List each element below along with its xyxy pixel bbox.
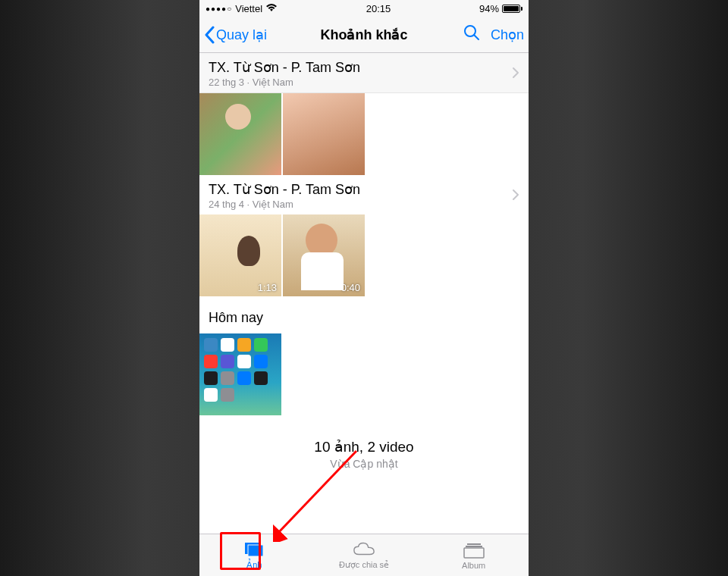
battery-icon: [502, 5, 522, 13]
svg-line-1: [474, 35, 479, 39]
status-bar: ●●●●○ Viettel 20:15 94%: [199, 0, 529, 17]
search-icon: [463, 24, 480, 41]
svg-rect-3: [248, 545, 263, 556]
moment-title: TX. Từ Sơn - P. Tam Sơn: [209, 59, 360, 76]
today-header: Hôm nay: [199, 296, 529, 333]
back-button[interactable]: Quay lại: [204, 26, 267, 44]
status-time: 20:15: [366, 3, 391, 14]
thumbnail-row: [199, 93, 529, 175]
chevron-right-icon: [512, 65, 519, 83]
moment-subtitle: 24 thg 4 · Việt Nam: [209, 199, 360, 210]
video-thumbnail[interactable]: 1:13: [199, 214, 281, 296]
chevron-right-icon: [512, 187, 519, 205]
status-right: 94%: [479, 3, 522, 14]
moment-header[interactable]: TX. Từ Sơn - P. Tam Sơn 24 thg 4 · Việt …: [199, 175, 529, 214]
wifi-icon: [265, 3, 278, 14]
svg-rect-6: [464, 548, 484, 558]
battery-pct: 94%: [479, 3, 499, 14]
tab-label: Album: [462, 561, 485, 570]
tab-shared[interactable]: Được chia sẻ: [309, 534, 419, 576]
moment-header[interactable]: TX. Từ Sơn - P. Tam Sơn 22 thg 3 · Việt …: [199, 53, 529, 93]
summary-status: Vừa Cập nhật: [199, 458, 529, 470]
nav-bar: Quay lại Khoảnh khắc Chọn: [199, 17, 529, 53]
moment-subtitle: 22 thg 3 · Việt Nam: [209, 77, 360, 88]
status-left: ●●●●○ Viettel: [206, 3, 278, 14]
select-button[interactable]: Chọn: [491, 27, 524, 43]
video-duration: 0:40: [341, 282, 360, 293]
moment-title: TX. Từ Sơn - P. Tam Sơn: [209, 181, 360, 198]
photo-thumbnail[interactable]: [283, 93, 365, 175]
svg-rect-4: [467, 543, 481, 545]
screenshot-thumbnail[interactable]: [199, 333, 281, 415]
cloud-tab-icon: [353, 540, 375, 559]
photo-thumbnail[interactable]: [199, 93, 281, 175]
content-scroll[interactable]: TX. Từ Sơn - P. Tam Sơn 22 thg 3 · Việt …: [199, 53, 529, 534]
tab-bar: Ảnh Được chia sẻ Album: [199, 534, 529, 576]
library-summary: 10 ảnh, 2 video Vừa Cập nhật: [199, 415, 529, 477]
albums-tab-icon: [463, 541, 485, 559]
tab-albums[interactable]: Album: [419, 534, 529, 576]
tab-label: Ảnh: [246, 560, 262, 570]
chevron-left-icon: [204, 26, 215, 44]
search-button[interactable]: [463, 24, 480, 45]
back-label: Quay lại: [216, 27, 267, 43]
carrier-label: Viettel: [235, 3, 262, 14]
video-duration: 1:13: [258, 282, 277, 293]
tab-photos[interactable]: Ảnh: [199, 534, 309, 576]
tab-label: Được chia sẻ: [339, 560, 389, 570]
svg-rect-5: [466, 546, 482, 547]
photos-tab-icon: [243, 540, 265, 559]
signal-dots-icon: ●●●●○: [206, 5, 232, 13]
summary-count: 10 ảnh, 2 video: [199, 438, 529, 455]
thumbnail-row: [199, 333, 529, 415]
phone-frame: ●●●●○ Viettel 20:15 94% Quay lại Khoảnh …: [199, 0, 529, 576]
thumbnail-row: 1:13 0:40: [199, 214, 529, 296]
video-thumbnail[interactable]: 0:40: [283, 214, 365, 296]
